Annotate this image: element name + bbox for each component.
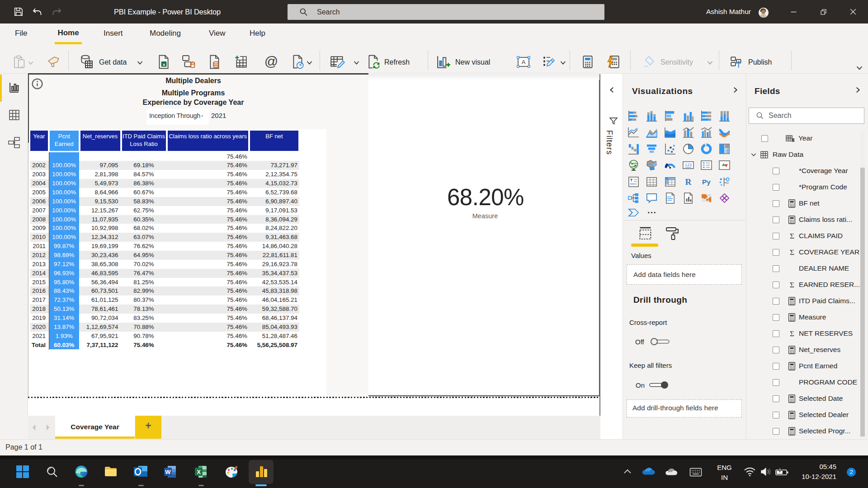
svg-text:Σ: Σ <box>790 232 794 240</box>
svg-text:Σ: Σ <box>790 329 794 338</box>
svg-text:Σ: Σ <box>790 248 794 256</box>
svg-text:Σ: Σ <box>790 281 794 289</box>
svg-text:Py: Py <box>702 178 711 186</box>
svg-text:W: W <box>165 469 171 475</box>
svg-text:A: A <box>522 59 526 66</box>
svg-text:X: X <box>197 469 201 475</box>
svg-text:123: 123 <box>684 163 691 167</box>
svg-text:x: x <box>163 62 165 67</box>
svg-text:Σ: Σ <box>792 138 794 142</box>
svg-text:R: R <box>685 177 692 187</box>
